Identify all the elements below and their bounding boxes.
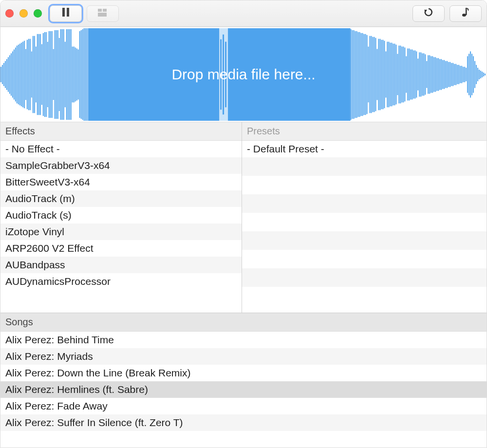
svg-rect-63 <box>81 30 82 119</box>
songs-row[interactable]: Alix Perez: Suffer In Silence (ft. Zero … <box>0 414 487 431</box>
svg-rect-96 <box>382 40 383 110</box>
svg-rect-108 <box>400 46 401 104</box>
svg-rect-116 <box>412 50 412 100</box>
svg-rect-148 <box>458 65 459 84</box>
effects-row[interactable]: AUBandpass <box>0 257 242 273</box>
svg-rect-165 <box>483 73 484 76</box>
svg-rect-128 <box>429 55 430 93</box>
svg-rect-81 <box>361 33 362 116</box>
svg-rect-65 <box>84 28 85 121</box>
effects-row[interactable]: ARP2600 V2 Effect <box>0 240 242 257</box>
svg-rect-60 <box>76 49 77 101</box>
svg-rect-78 <box>356 31 357 118</box>
svg-rect-136 <box>441 59 442 90</box>
presets-row-empty <box>242 287 487 305</box>
svg-rect-158 <box>473 56 474 93</box>
presets-row-empty <box>242 194 487 213</box>
svg-rect-110 <box>403 47 404 103</box>
svg-rect-117 <box>413 51 414 99</box>
songs-row[interactable]: Alix Perez: Hemlines (ft. Sabre) <box>0 381 487 398</box>
presets-row-empty <box>242 268 487 287</box>
svg-rect-95 <box>381 40 382 110</box>
svg-rect-39 <box>46 32 47 117</box>
svg-rect-104 <box>394 44 395 106</box>
minimize-window-button[interactable] <box>19 9 28 18</box>
svg-rect-32 <box>36 47 37 103</box>
svg-rect-149 <box>460 66 461 83</box>
songs-row[interactable]: Alix Perez: Fade Away <box>0 398 487 414</box>
svg-rect-161 <box>477 68 478 81</box>
svg-rect-41 <box>49 31 50 118</box>
effects-row[interactable]: SampleGrabberV3-x64 <box>0 157 242 174</box>
svg-rect-46 <box>56 30 57 119</box>
pause-button[interactable] <box>50 5 82 22</box>
svg-rect-120 <box>417 58 418 90</box>
svg-rect-98 <box>385 51 386 97</box>
svg-rect-84 <box>365 34 366 115</box>
effects-row[interactable]: AUDynamicsProcessor <box>0 273 242 290</box>
zoom-window-button[interactable] <box>34 9 42 18</box>
effects-row[interactable]: AudioTrack (s) <box>0 207 242 224</box>
svg-rect-163 <box>480 71 481 78</box>
effects-header: Effects <box>0 122 242 141</box>
svg-rect-145 <box>454 64 455 85</box>
effects-list[interactable]: - No Effect -SampleGrabberV3-x64BitterSw… <box>0 141 242 313</box>
svg-rect-16 <box>12 51 13 97</box>
waveform-dropzone[interactable]: Drop media file here... <box>0 27 487 122</box>
svg-rect-48 <box>59 38 60 111</box>
svg-rect-114 <box>409 49 410 101</box>
reload-button[interactable] <box>412 5 445 22</box>
svg-rect-80 <box>359 32 360 117</box>
svg-rect-150 <box>461 66 462 83</box>
svg-rect-0 <box>62 8 65 17</box>
svg-rect-90 <box>374 37 375 112</box>
svg-rect-47 <box>57 30 58 119</box>
svg-rect-45 <box>55 30 56 119</box>
svg-rect-107 <box>398 46 399 104</box>
svg-rect-8 <box>0 67 1 82</box>
svg-rect-133 <box>436 58 437 91</box>
dropzone-label: Drop media file here... <box>171 66 315 83</box>
effects-row[interactable]: - No Effect - <box>0 141 242 157</box>
svg-rect-87 <box>369 36 370 113</box>
svg-rect-155 <box>468 54 469 95</box>
svg-rect-21 <box>19 44 20 106</box>
songs-list[interactable]: Alix Perez: Behind TimeAlix Perez: Myria… <box>0 332 487 448</box>
svg-rect-11 <box>5 61 6 88</box>
svg-rect-119 <box>416 51 417 97</box>
svg-rect-86 <box>368 47 369 103</box>
music-button[interactable] <box>450 5 482 22</box>
svg-rect-156 <box>470 51 471 97</box>
svg-rect-43 <box>52 31 53 118</box>
effects-row[interactable]: iZotope Vinyl <box>0 224 242 240</box>
svg-rect-135 <box>439 59 440 90</box>
songs-row[interactable]: Alix Perez: Behind Time <box>0 332 487 348</box>
svg-rect-109 <box>401 47 402 103</box>
svg-rect-49 <box>60 29 61 120</box>
svg-rect-112 <box>406 56 407 93</box>
effects-row[interactable]: AudioTrack (m) <box>0 190 242 207</box>
svg-rect-50 <box>62 29 63 120</box>
songs-row[interactable]: Alix Perez: Down the Line (Break Remix) <box>0 365 487 381</box>
songs-row[interactable]: Alix Perez: Myriads <box>0 348 487 365</box>
svg-rect-61 <box>78 50 79 100</box>
app-window: Drop media file here... Effects - No Eff… <box>0 0 487 448</box>
svg-rect-31 <box>34 36 35 113</box>
svg-rect-124 <box>423 53 424 95</box>
svg-rect-139 <box>445 61 446 88</box>
svg-point-6 <box>462 14 466 17</box>
titlebar <box>0 0 487 27</box>
close-window-button[interactable] <box>5 9 14 18</box>
svg-rect-56 <box>71 29 72 120</box>
presets-list[interactable]: - Default Preset - <box>242 141 487 313</box>
svg-rect-85 <box>366 35 367 114</box>
svg-rect-25 <box>25 49 26 100</box>
effects-row[interactable]: BitterSweetV3-x64 <box>0 174 242 190</box>
svg-rect-113 <box>407 49 408 101</box>
svg-rect-12 <box>6 59 7 90</box>
presets-row-empty <box>242 213 487 231</box>
svg-rect-51 <box>63 29 64 120</box>
presets-row[interactable]: - Default Preset - <box>242 141 487 157</box>
svg-rect-91 <box>375 38 376 111</box>
svg-rect-13 <box>8 57 9 92</box>
